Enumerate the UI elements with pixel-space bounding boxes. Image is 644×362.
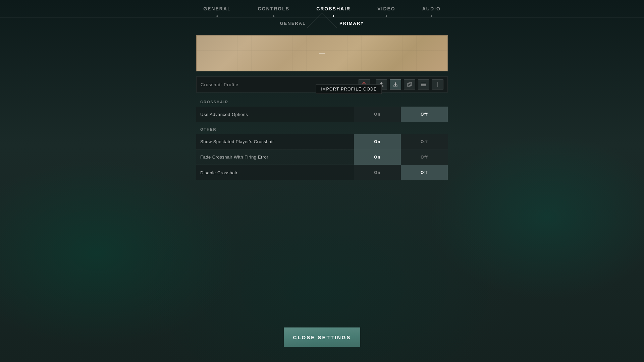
- menu-profile-button[interactable]: [418, 79, 429, 89]
- advanced-options-on[interactable]: On: [354, 107, 401, 122]
- svg-rect-23: [438, 82, 438, 87]
- import-tooltip: IMPORT PROFILE CODE: [316, 84, 382, 94]
- disable-crosshair-on[interactable]: On: [354, 165, 401, 180]
- svg-rect-15: [393, 86, 397, 86]
- nav-item-controls[interactable]: CONTROLS: [245, 0, 303, 17]
- show-spectated-on[interactable]: On: [354, 134, 401, 149]
- nav-dot: [385, 15, 387, 17]
- nav-dot: [430, 15, 432, 17]
- disable-crosshair-toggle: On Off: [354, 165, 448, 180]
- sub-tab-primary[interactable]: PRIMARY: [323, 17, 381, 29]
- fade-crosshair-on[interactable]: On: [354, 149, 401, 165]
- nav-item-crosshair[interactable]: CROSSHAIR: [303, 0, 364, 17]
- svg-rect-16: [393, 85, 394, 86]
- other-section: OTHER Show Spectated Player's Crosshair …: [196, 122, 448, 180]
- crosshair-center: [322, 53, 322, 54]
- svg-rect-17: [397, 85, 397, 86]
- svg-marker-8: [380, 82, 383, 84]
- fade-crosshair-off[interactable]: Off: [401, 149, 448, 165]
- show-spectated-off[interactable]: Off: [401, 134, 448, 149]
- copy-profile-button[interactable]: [404, 79, 415, 89]
- advanced-options-off[interactable]: Off: [401, 107, 448, 122]
- advanced-options-row: Use Advanced Options On Off: [196, 107, 448, 122]
- crosshair-section-title: CROSSHAIR: [196, 95, 448, 107]
- advanced-options-label: Use Advanced Options: [196, 112, 354, 117]
- show-spectated-row: Show Spectated Player's Crosshair On Off: [196, 134, 448, 149]
- close-settings-button[interactable]: CLOSE SETTINGS: [284, 327, 360, 347]
- nav-dot: [332, 15, 334, 17]
- sub-tab-general[interactable]: GENERAL: [263, 17, 323, 29]
- svg-rect-2: [362, 83, 366, 83]
- fade-crosshair-toggle: On Off: [354, 149, 448, 165]
- disable-crosshair-label: Disable Crosshair: [196, 170, 354, 175]
- svg-marker-14: [394, 84, 397, 86]
- crosshair-section: CROSSHAIR Use Advanced Options On Off: [196, 95, 448, 122]
- nav-dot: [216, 15, 218, 17]
- nav-dot: [273, 15, 275, 17]
- nav-item-video[interactable]: VIDEO: [364, 0, 409, 17]
- svg-rect-22: [421, 85, 426, 86]
- svg-rect-21: [421, 84, 426, 85]
- show-spectated-toggle: On Off: [354, 134, 448, 149]
- crosshair-display: [319, 51, 325, 56]
- crosshair-preview: [196, 35, 448, 71]
- advanced-options-toggle: On Off: [354, 107, 448, 122]
- other-section-title: OTHER: [196, 122, 448, 134]
- fade-crosshair-row: Fade Crosshair With Firing Error On Off: [196, 149, 448, 165]
- fade-crosshair-label: Fade Crosshair With Firing Error: [196, 155, 354, 160]
- disable-crosshair-off[interactable]: Off: [401, 165, 448, 180]
- svg-rect-3: [363, 82, 365, 83]
- nav-bar: GENERAL CONTROLS CROSSHAIR VIDEO AUDIO: [0, 0, 644, 17]
- settings-panel: CROSSHAIR Use Advanced Options On Off OT…: [196, 95, 448, 180]
- import-profile-button[interactable]: [390, 79, 401, 89]
- svg-rect-20: [421, 83, 426, 83]
- slider-profile-button[interactable]: [432, 79, 443, 89]
- nav-item-general[interactable]: GENERAL: [190, 0, 244, 17]
- svg-rect-11: [383, 85, 383, 86]
- nav-item-audio[interactable]: AUDIO: [409, 0, 454, 17]
- disable-crosshair-row: Disable Crosshair On Off: [196, 165, 448, 180]
- sub-tabs: GENERAL PRIMARY: [263, 17, 381, 29]
- show-spectated-label: Show Spectated Player's Crosshair: [196, 139, 354, 144]
